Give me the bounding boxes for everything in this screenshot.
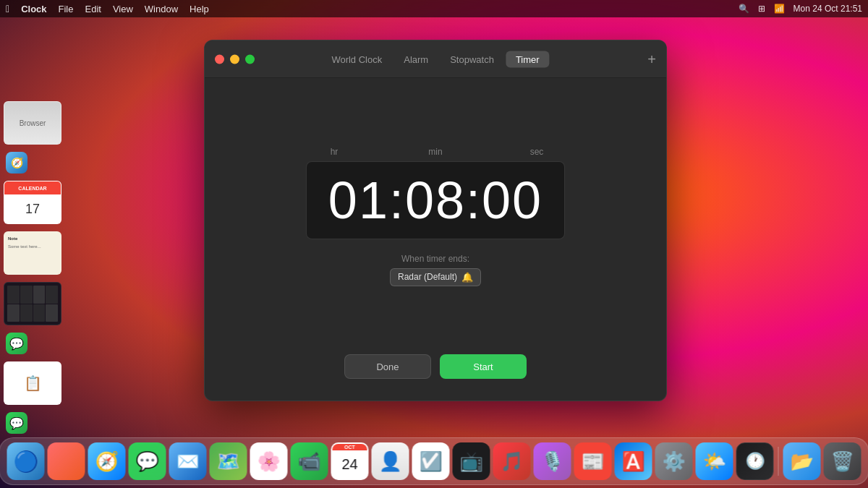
safari-dock-icon[interactable]: 🧭 [6,152,27,174]
tab-bar: World Clock Alarm Stopwatch Timer [321,51,549,67]
sound-selector[interactable]: Radar (Default) 🔔 [390,268,481,286]
apple-menu[interactable]:  [6,3,9,14]
menu-edit[interactable]: Edit [85,4,101,14]
when-timer-ends: When timer ends: Radar (Default) 🔔 [390,254,481,286]
dock-messages[interactable]: 💬 [129,442,166,480]
tab-alarm[interactable]: Alarm [393,51,438,67]
dock-appletv[interactable]: 📺 [453,442,490,480]
dock-music[interactable]: 🎵 [493,442,531,480]
menu-window[interactable]: Window [145,4,178,14]
minimize-button[interactable] [230,54,239,64]
minutes-label: min [407,147,464,157]
dock-trash[interactable]: 🗑️ [824,442,861,480]
when-label: When timer ends: [390,254,481,264]
maximize-button[interactable] [245,54,255,64]
dock-clock[interactable]: 🕐 [736,442,774,480]
calendar-thumb[interactable]: CALENDAR 17 [4,181,61,224]
dock: 🔵 🧭 💬 ✉️ 🗺️ 🌸 📹 OCT 24 👤 [0,437,868,485]
dock-maps[interactable]: 🗺️ [210,442,247,480]
dock-podcasts[interactable]: 🎙️ [534,442,571,480]
timer-area: hr min sec 01:08:00 When timer ends: Rad… [219,93,652,340]
dock-finder[interactable]: 🔵 [7,442,45,480]
tab-timer[interactable]: Timer [506,51,550,67]
left-panel: Browser 🧭 CALENDAR 17 Note Some text her… [4,101,61,434]
notes-thumb[interactable]: Note Some text here... [4,231,61,275]
search-icon[interactable]: 🔍 [739,4,749,14]
done-button[interactable]: Done [344,354,431,379]
dock-contacts[interactable]: 👤 [372,442,409,480]
dock-appstore[interactable]: 🅰️ [615,442,652,480]
menu-view[interactable]: View [113,4,133,14]
control-center-icon[interactable]: ⊞ [758,4,765,14]
facetime-dock-small[interactable]: 💬 [6,412,27,434]
hours-label: hr [305,147,363,157]
window-content: hr min sec 01:08:00 When timer ends: Rad… [205,78,666,401]
dock-settings[interactable]: ⚙️ [655,442,693,480]
dock-calendar[interactable]: OCT 24 [331,442,369,480]
browser-thumb[interactable]: Browser [4,101,61,145]
bottom-buttons: Done Start [344,354,527,379]
wifi-icon[interactable]: 📶 [774,4,785,14]
dock-mail[interactable]: ✉️ [169,442,207,480]
sound-emoji: 🔔 [461,272,473,283]
app-name[interactable]: Clock [21,4,46,14]
close-button[interactable] [215,54,224,64]
dock-weather[interactable]: 🌤️ [696,442,733,480]
dock-downloads[interactable]: 📂 [783,442,821,480]
dock-facetime[interactable]: 📹 [291,442,328,480]
clock-window: World Clock Alarm Stopwatch Timer + hr m… [204,40,667,401]
start-button[interactable]: Start [440,354,527,379]
menu-file[interactable]: File [59,4,74,14]
tab-world-clock[interactable]: World Clock [321,51,392,67]
tab-stopwatch[interactable]: Stopwatch [440,51,504,67]
dock-reminders[interactable]: ☑️ [412,442,450,480]
dock-photos[interactable]: 🌸 [250,442,288,480]
timer-display[interactable]: 01:08:00 [306,161,565,239]
dock-safari[interactable]: 🧭 [88,442,126,480]
messages-dock-icon[interactable]: 💬 [6,333,27,354]
add-button[interactable]: + [647,52,656,67]
menu-help[interactable]: Help [190,4,209,14]
datetime[interactable]: Mon 24 Oct 21:51 [793,4,862,14]
dock-launchpad[interactable] [48,442,85,480]
dark-thumb[interactable] [4,282,61,325]
dock-divider [778,447,779,476]
sound-name: Radar (Default) [398,272,457,282]
menubar:  Clock File Edit View Window Help 🔍 ⊞ 📶… [0,0,868,17]
app-thumb[interactable]: 📋 [4,361,61,405]
time-labels: hr min sec [284,147,587,157]
traffic-lights [215,54,255,64]
desktop:  Clock File Edit View Window Help 🔍 ⊞ 📶… [0,0,868,488]
titlebar: World Clock Alarm Stopwatch Timer + [205,40,666,78]
seconds-label: sec [508,147,566,157]
dock-news[interactable]: 📰 [574,442,612,480]
